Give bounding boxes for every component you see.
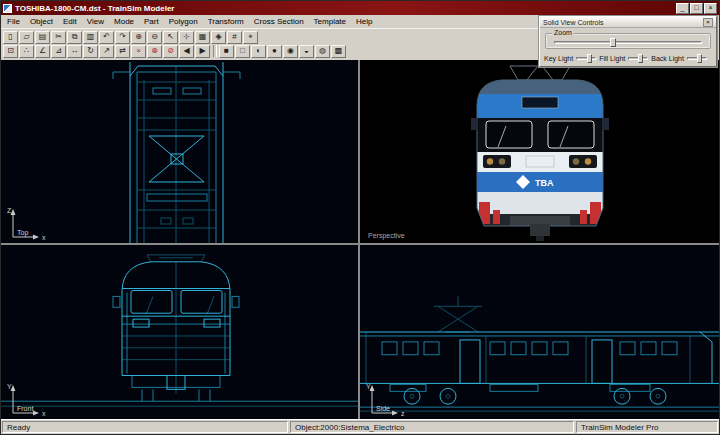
back-light-slider[interactable] [687, 54, 707, 63]
light-sliders-row: Key Light Fill Light Back Light [540, 51, 716, 66]
select-mode-icon[interactable]: ⊡ [3, 45, 18, 58]
solid-view-controls-panel: Solid View Controls × Zoom Key Light Fil… [539, 16, 717, 67]
menu-item-edit[interactable]: Edit [58, 15, 82, 28]
pan-icon[interactable]: ⊹ [179, 31, 194, 44]
back-light-label: Back Light [651, 55, 684, 62]
pointer-icon[interactable]: ↖ [163, 31, 178, 44]
menu-item-file[interactable]: File [2, 15, 25, 28]
menu-item-mode[interactable]: Mode [109, 15, 139, 28]
maximize-button[interactable]: □ [690, 3, 703, 14]
view-name-label: Top [17, 229, 28, 237]
view-name-label: Side [376, 405, 390, 412]
key-light-slider[interactable] [576, 54, 596, 63]
fill-light-label: Fill Light [599, 55, 625, 62]
status-object: Object:2000:Sistema_Electrico [290, 421, 574, 433]
paste-icon[interactable]: ▥ [83, 31, 98, 44]
application-window: TOSHIBA-1800-CM.dst - TrainSim Modeler _… [0, 0, 720, 435]
key-light-label: Key Light [544, 55, 573, 62]
face-mode-icon[interactable]: ⊿ [51, 45, 66, 58]
menu-item-object[interactable]: Object [25, 15, 58, 28]
undo-icon[interactable]: ↶ [99, 31, 114, 44]
axis-up-label: Y [7, 383, 12, 390]
full-render-mode-icon[interactable]: ▩ [331, 45, 346, 58]
wireframe-mode-icon[interactable]: ■ [219, 45, 234, 58]
edge-mode-icon[interactable]: ∠ [35, 45, 50, 58]
zoom-groupbox: Zoom [545, 33, 711, 49]
mirror-icon[interactable]: ⇄ [115, 45, 130, 58]
palette-titlebar[interactable]: Solid View Controls × [540, 17, 716, 28]
key-light-thumb[interactable] [587, 54, 592, 63]
new-file-icon[interactable]: ▯ [3, 31, 18, 44]
menu-item-polygon[interactable]: Polygon [164, 15, 203, 28]
highlight-mode-icon[interactable]: ◉ [283, 45, 298, 58]
scale-icon[interactable]: ↗ [99, 45, 114, 58]
delete-polygon-icon[interactable]: ⊗ [147, 45, 162, 58]
redo-icon[interactable]: ↷ [115, 31, 130, 44]
viewport-top[interactable]: Z x Top [1, 60, 358, 243]
smooth-shade-mode-icon[interactable]: ● [267, 45, 282, 58]
open-file-icon[interactable]: ▱ [19, 31, 34, 44]
fill-light-slider[interactable] [628, 54, 648, 63]
next-part-icon[interactable]: ▶ [195, 45, 210, 58]
cut-icon[interactable]: ✂ [51, 31, 66, 44]
viewport-perspective[interactable]: TBA Perspective [360, 60, 719, 243]
menu-item-view[interactable]: View [82, 15, 109, 28]
viewport-side[interactable]: Y z Side [360, 245, 719, 419]
toolbar-separator [213, 45, 217, 57]
app-icon [3, 4, 12, 13]
minimize-button[interactable]: _ [676, 3, 689, 14]
vertex-mode-icon[interactable]: ∴ [19, 45, 34, 58]
zoom-slider-thumb[interactable] [610, 38, 616, 47]
zoom-label: Zoom [552, 29, 574, 36]
viewport-area: Z x Top [1, 60, 719, 419]
fill-light-thumb[interactable] [638, 54, 643, 63]
two-light-mode-icon[interactable]: ◒ [299, 45, 314, 58]
top-view-axis-gizmo: Z x Top [4, 205, 54, 241]
viewport-front[interactable]: Y x Front [1, 245, 358, 419]
close-button[interactable]: × [704, 3, 717, 14]
menu-item-part[interactable]: Part [139, 15, 164, 28]
menu-item-template[interactable]: Template [309, 15, 351, 28]
top-view-wireframe [1, 60, 358, 243]
measure-icon[interactable]: # [227, 31, 242, 44]
side-view-axis-gizmo: Y z Side [363, 381, 413, 417]
view-name-label: Front [17, 405, 33, 412]
zoom-slider[interactable] [554, 38, 702, 47]
axis-up-label: Y [366, 383, 371, 390]
rotate-icon[interactable]: ↻ [83, 45, 98, 58]
palette-close-button[interactable]: × [703, 18, 713, 27]
axis-up-label: Z [7, 207, 12, 214]
status-product: TrainSim Modeler Pro [576, 421, 718, 433]
copy-icon[interactable]: ⧉ [67, 31, 82, 44]
move-icon[interactable]: ↔ [67, 45, 82, 58]
tba-logo-text: TBA [535, 178, 554, 188]
axis-right-label: x [42, 234, 46, 241]
window-title: TOSHIBA-1800-CM.dst - TrainSim Modeler [15, 4, 174, 13]
texture-mode-icon[interactable]: ◍ [315, 45, 330, 58]
hide-part-icon[interactable]: ⊘ [163, 45, 178, 58]
front-view-axis-gizmo: Y x Front [4, 381, 54, 417]
status-ready: Ready [2, 421, 288, 433]
palette-title: Solid View Controls [543, 19, 604, 26]
back-light-thumb[interactable] [697, 54, 702, 63]
flat-shade-mode-icon[interactable]: ◐ [251, 45, 266, 58]
axis-right-label: z [401, 410, 405, 417]
grid-icon[interactable]: ▦ [195, 31, 210, 44]
pantograph-lines [510, 66, 570, 80]
prev-part-icon[interactable]: ◀ [179, 45, 194, 58]
front-view-wireframe [1, 245, 358, 419]
statusbar: Ready Object:2000:Sistema_Electrico Trai… [1, 419, 719, 434]
menu-item-cross-section[interactable]: Cross Section [249, 15, 309, 28]
menu-item-help[interactable]: Help [351, 15, 377, 28]
save-icon[interactable]: ▤ [35, 31, 50, 44]
menu-item-transform[interactable]: Transform [203, 15, 249, 28]
axis-right-label: x [42, 410, 46, 417]
zoom-in-icon[interactable]: ⊕ [131, 31, 146, 44]
zoom-out-icon[interactable]: ⊖ [147, 31, 162, 44]
zoom-slider-track [554, 41, 702, 44]
hidden-line-mode-icon[interactable]: □ [235, 45, 250, 58]
camera-icon[interactable]: ⌖ [243, 31, 258, 44]
snap-icon[interactable]: ◈ [211, 31, 226, 44]
titlebar[interactable]: TOSHIBA-1800-CM.dst - TrainSim Modeler _… [1, 1, 719, 15]
delete-point-icon[interactable]: × [131, 45, 146, 58]
